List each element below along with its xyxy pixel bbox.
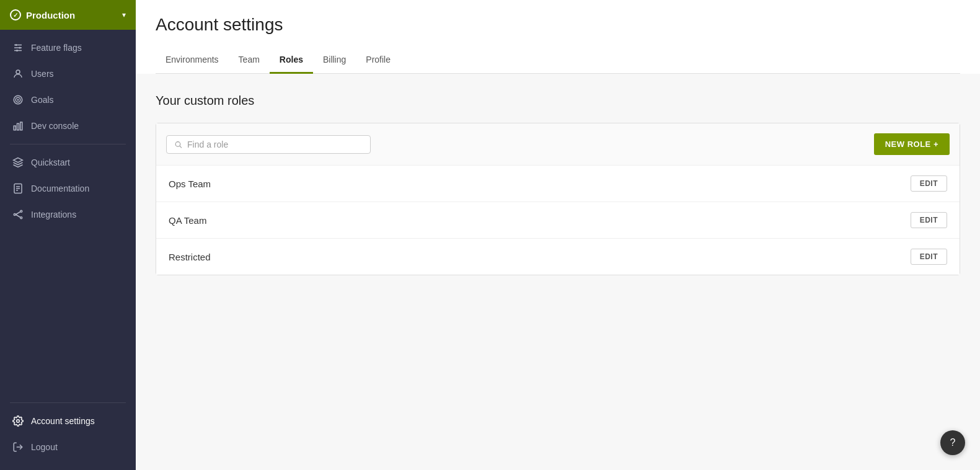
target-icon [12,94,24,105]
sidebar-divider-bottom [10,402,126,403]
tab-profile[interactable]: Profile [356,47,400,74]
sidebar-header[interactable]: ✓ Production ▾ [0,0,136,30]
edit-restricted-button[interactable]: EDIT [911,249,947,265]
sidebar-divider [10,144,126,144]
role-row: Restricted EDIT [156,239,960,275]
sliders-icon [12,42,24,53]
svg-point-24 [175,141,180,146]
sidebar-item-label: Documentation [31,184,89,193]
page-header: Account settings Environments Team Roles… [136,0,980,74]
sidebar-project-name: Production [26,10,75,20]
svg-point-22 [17,420,20,423]
role-row: QA Team EDIT [156,202,960,239]
search-box [166,135,371,154]
content-area: Your custom roles NEW ROLE + Ops Team ED… [136,74,980,470]
svg-rect-11 [17,123,19,130]
section-title: Your custom roles [156,94,960,108]
svg-line-25 [180,146,182,148]
role-name: QA Team [169,215,206,226]
svg-rect-10 [14,126,15,130]
sidebar: ✓ Production ▾ Feature flags Users [0,0,136,470]
sidebar-item-documentation[interactable]: Documentation [0,175,136,202]
sidebar-item-users[interactable]: Users [0,61,136,87]
sidebar-bottom: Account settings Logout [0,392,136,470]
svg-point-17 [14,214,15,216]
chart-icon [12,120,24,131]
tab-roles[interactable]: Roles [270,47,313,74]
sidebar-item-goals[interactable]: Goals [0,87,136,113]
sidebar-item-feature-flags[interactable]: Feature flags [0,35,136,61]
tabs-bar: Environments Team Roles Billing Profile [156,47,960,74]
svg-point-3 [15,44,17,46]
sidebar-item-label: Goals [31,95,54,105]
sidebar-item-label: Integrations [31,210,76,219]
svg-line-21 [15,215,20,218]
production-icon: ✓ [10,9,21,20]
sidebar-item-integrations[interactable]: Integrations [0,202,136,228]
main-content: Account settings Environments Team Roles… [136,0,980,470]
doc-icon [12,183,24,194]
roles-container: NEW ROLE + Ops Team EDIT QA Team EDIT Re… [156,123,960,275]
page-title: Account settings [156,15,960,35]
logout-icon [12,441,24,453]
integrations-icon [12,209,24,220]
sidebar-item-quickstart[interactable]: Quickstart [0,149,136,175]
svg-point-6 [16,70,20,74]
svg-point-9 [17,99,19,100]
svg-point-19 [20,217,22,219]
svg-line-20 [15,212,20,215]
help-button[interactable]: ? [940,430,965,455]
quickstart-icon [12,157,24,168]
sidebar-item-label: Logout [31,442,58,452]
svg-point-5 [16,50,18,51]
role-row: Ops Team EDIT [156,166,960,202]
tab-billing[interactable]: Billing [313,47,356,74]
svg-point-18 [20,210,22,212]
sidebar-item-label: Quickstart [31,157,70,167]
tab-environments[interactable]: Environments [156,47,229,74]
sidebar-item-dev-console[interactable]: Dev console [0,113,136,139]
sidebar-item-label: Account settings [31,416,95,426]
roles-toolbar: NEW ROLE + [156,123,960,166]
sidebar-item-logout[interactable]: Logout [0,434,136,460]
sidebar-item-account-settings[interactable]: Account settings [0,408,136,434]
sidebar-item-label: Feature flags [31,43,82,53]
svg-rect-12 [20,122,22,130]
edit-qa-team-button[interactable]: EDIT [911,212,947,228]
edit-ops-team-button[interactable]: EDIT [911,175,947,192]
gear-icon [12,415,24,427]
new-role-button[interactable]: NEW ROLE + [874,133,950,155]
role-name: Ops Team [169,179,211,189]
sidebar-item-label: Users [31,69,54,79]
search-icon [174,140,182,149]
role-name: Restricted [169,252,211,262]
chevron-down-icon: ▾ [122,11,126,19]
user-icon [12,68,24,79]
sidebar-item-label: Dev console [31,121,79,131]
sidebar-nav: Feature flags Users Goals [0,30,136,392]
search-input[interactable] [187,140,363,149]
svg-point-4 [19,47,21,49]
tab-team[interactable]: Team [229,47,270,74]
